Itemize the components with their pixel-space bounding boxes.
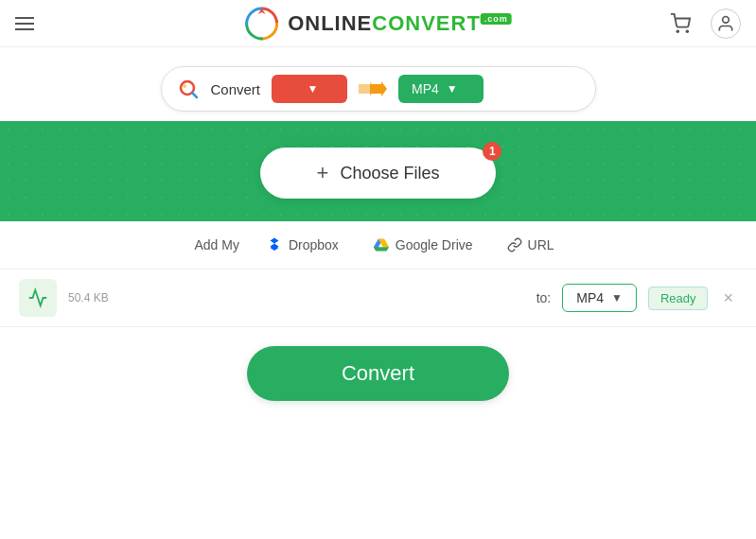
file-format-chevron: ▼: [611, 291, 623, 304]
dropbox-icon: [266, 236, 283, 253]
google-drive-icon: [373, 236, 390, 253]
arrows-icon: [359, 79, 387, 98]
convert-section: Convert: [0, 327, 756, 420]
url-icon: [507, 237, 522, 252]
svg-point-4: [723, 16, 730, 23]
convert-button[interactable]: Convert: [247, 346, 509, 401]
notification-badge: 1: [483, 142, 501, 161]
url-button[interactable]: URL: [500, 234, 562, 256]
logo-spinner-icon: [244, 7, 278, 41]
convert-label: Convert: [211, 81, 261, 97]
add-my-section: Add My Dropbox Google Drive URL: [0, 221, 756, 270]
file-row: 50.4 KB to: MP4 ▼ Ready ×: [0, 270, 756, 327]
svg-marker-9: [370, 81, 387, 96]
from-format-value: [285, 81, 300, 96]
search-icon: [177, 78, 200, 100]
from-format-dropdown[interactable]: ▼: [272, 75, 347, 103]
google-drive-label: Google Drive: [396, 237, 473, 252]
add-my-label: Add My: [194, 237, 238, 252]
svg-point-2: [677, 30, 678, 32]
dropbox-label: Dropbox: [289, 237, 339, 252]
from-format-chevron: ▼: [308, 82, 319, 96]
user-avatar-icon[interactable]: [711, 9, 741, 39]
upload-area: + Choose Files 1: [0, 121, 756, 221]
header: ONLINECONVERT.com: [0, 0, 756, 47]
logo-text: ONLINECONVERT.com: [288, 11, 512, 36]
dropbox-button[interactable]: Dropbox: [258, 233, 346, 257]
choose-files-label: Choose Files: [340, 164, 439, 183]
header-right: [665, 9, 741, 39]
ready-badge: Ready: [648, 287, 709, 310]
remove-file-button[interactable]: ×: [719, 286, 737, 310]
file-chart-icon: [27, 287, 48, 308]
to-label: to:: [536, 290, 552, 305]
header-left: [15, 17, 42, 30]
file-format-dropdown[interactable]: MP4 ▼: [562, 284, 637, 312]
file-size: 50.4 KB: [68, 291, 525, 304]
logo[interactable]: ONLINECONVERT.com: [244, 7, 512, 41]
svg-point-3: [686, 30, 688, 32]
hamburger-menu[interactable]: [15, 17, 34, 30]
to-format-value: MP4: [412, 81, 439, 96]
plus-icon: +: [317, 161, 329, 185]
file-thumbnail: [19, 279, 57, 317]
svg-line-7: [192, 93, 197, 97]
file-format-value: MP4: [576, 290, 604, 305]
to-format-dropdown[interactable]: MP4 ▼: [398, 75, 483, 103]
url-label: URL: [528, 237, 554, 252]
to-format-chevron: ▼: [447, 82, 458, 96]
cart-icon[interactable]: [665, 9, 695, 39]
choose-files-button[interactable]: + Choose Files 1: [260, 148, 497, 199]
search-area: Convert ▼ MP4 ▼: [0, 47, 756, 121]
search-bar: Convert ▼ MP4 ▼: [161, 66, 596, 112]
google-drive-button[interactable]: Google Drive: [365, 233, 481, 257]
svg-point-6: [183, 84, 186, 88]
